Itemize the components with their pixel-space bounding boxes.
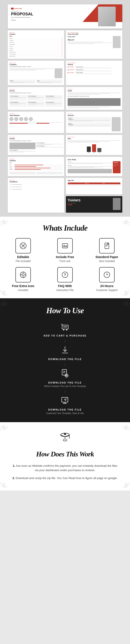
page-row-5: Business Growth "Grow Glid Along With We… <box>8 135 122 155</box>
ceo-title: From The CEO <box>68 34 120 35</box>
h3-line <box>76 74 111 74</box>
svg-point-14 <box>22 274 24 276</box>
g-line4 <box>36 144 52 145</box>
toc-row-8: Business Growth 08 <box>10 52 62 53</box>
ceo-page: Welcome Message From The CEO MICHAEL BRO… <box>66 30 122 59</box>
step-item-1: ADD TO CART & PURCHASE <box>43 321 86 337</box>
toc-label: Table Of <box>10 32 62 33</box>
sign-val-1 <box>68 184 86 186</box>
cond-icon-2 <box>10 186 11 188</box>
ceo-line-1 <box>68 42 103 42</box>
team-stat-1 <box>10 122 35 124</box>
tl-bar-bg-2 <box>15 166 62 167</box>
step-item-3: DOWNLOAD THE FILE Which Contains The Lin… <box>44 368 86 388</box>
ts2-bar <box>36 123 49 124</box>
plan-bar-rect-3 <box>97 148 101 152</box>
tl-bar-4 <box>15 169 41 170</box>
history-row-2: 2020-2024 Company Growth <box>68 69 120 71</box>
plan-label: Our Future <box>68 136 120 138</box>
tl-bar-bg-4 <box>15 169 62 170</box>
ts2-l1 <box>36 122 62 122</box>
success-item-1: Put Your Heading Here <box>68 117 111 122</box>
toc-dots <box>10 36 62 37</box>
success-label: Our Best <box>68 113 120 114</box>
cond-icon-3 <box>10 188 11 190</box>
page-wrapper: BRAND NAME PROJECT PROPOSAL Improve Your… <box>0 0 130 490</box>
company-title: Company <box>10 64 62 65</box>
case-image <box>68 169 112 173</box>
step-label-1: ADD TO CART & PURCHASE <box>43 334 86 337</box>
goals-title: Goals <box>68 90 120 92</box>
si2-title: Put Your <box>68 123 110 124</box>
si1-title2: Heading Here <box>68 119 110 120</box>
font-subtitle: Font Link <box>59 260 70 263</box>
thanks-subtext: For Your Recommendation <box>68 203 80 204</box>
service-cards-row2: Put Your Heading Here Put Your Heading H… <box>10 101 62 107</box>
page-row-3: Our Best Service "Grow Glid Along With W… <box>8 87 122 110</box>
ceo-line-2 <box>68 42 112 43</box>
work-steps: 1. Ass soon as Website confirms the paym… <box>5 464 125 480</box>
svg-point-3 <box>21 244 22 245</box>
include-item-font: Aa Include Free Font Link <box>46 238 84 263</box>
include-grid: Editable File Included Aa Include Free F… <box>5 238 125 292</box>
cover-person-image <box>98 6 116 26</box>
work-step-2: 2. Download and unzip the zip file. You … <box>12 476 118 480</box>
font-icon: Aa <box>61 242 69 250</box>
toc-row-7: Extra Plan 07 <box>10 50 62 51</box>
c-line2 <box>68 164 103 164</box>
whats-include-heading: Whats Include <box>5 224 125 232</box>
avatar-4 <box>24 117 28 121</box>
history-row-3: 2021-2026 Our Plan Started <box>68 72 120 74</box>
svg-rect-25 <box>62 325 68 329</box>
editable-subtitle: File Included <box>16 260 31 263</box>
h1-line <box>76 68 111 68</box>
timeline-title: Timeline <box>10 160 62 162</box>
avatar-5 <box>29 117 33 121</box>
cr-line1: BIG Company <box>113 164 120 164</box>
team-stat-2 <box>36 122 62 124</box>
tl-label-2: Design <box>10 166 14 167</box>
page-row-2: About Our Company "Grow Glid Along With … <box>8 60 122 85</box>
history-items: 2020-2025 Company Started 2020-2024 Comp… <box>68 66 120 74</box>
work-step-text-1: Ass soon as Website confirms the payment… <box>16 464 117 472</box>
dot-gray <box>12 36 13 37</box>
history-content-2: Company Growth <box>76 69 120 71</box>
ceo-photo <box>113 36 120 48</box>
success-title: Success <box>68 115 120 116</box>
cover-text: BRAND NAME PROJECT PROPOSAL Improve Your… <box>11 8 33 21</box>
toc-title: Content <box>10 34 62 35</box>
ceo-role: Chief Executive Officer <box>68 37 112 38</box>
growth-label: Business <box>10 136 62 138</box>
history-year-3: 2021-2026 <box>70 72 75 73</box>
service-card-2: Put Your Heading Here <box>27 95 44 100</box>
tl-label-3: Strategy <box>10 168 14 168</box>
v-line2 <box>37 82 52 83</box>
tl-row-2: Design <box>10 166 62 167</box>
sc3-line2 <box>46 98 55 98</box>
thanks-left: Brand Name THANKS For Your Recommendatio… <box>68 198 80 205</box>
case-study-page: Case Study Overview Challenge THE BRIEF <box>66 157 122 176</box>
cond-text-2: Terms and condition item text <box>12 186 22 187</box>
history-dot-3 <box>68 72 69 73</box>
plan-title: Plan <box>68 138 120 140</box>
include-item-icon: Free Extra Icon Included <box>5 267 42 292</box>
company-text <box>10 68 54 78</box>
conditions-page: Sign Off Conditions Terms and condition … <box>8 178 64 212</box>
proposal-title: PROPOSAL <box>11 12 33 16</box>
tl-row-4: Marketing <box>10 169 62 170</box>
how-does-section: ❧ ❧ ❧ ❧ envato How Does This Work 1. Ass… <box>0 422 130 490</box>
right-col-pages: Sign Off Client Company Date <box>66 178 122 212</box>
sc5-line2 <box>28 104 37 104</box>
sc2-line1 <box>28 97 44 98</box>
tl-label-4: Marketing <box>10 169 14 170</box>
cond-label: Sign Off <box>10 180 62 181</box>
team-avatars <box>10 117 62 121</box>
avatar-2 <box>14 117 18 121</box>
si1-l1 <box>68 120 110 120</box>
step-sublabel-3: Which Contains The Link To Your Template <box>44 385 86 388</box>
editable-icon <box>19 242 27 250</box>
history-label: Our Company <box>68 62 120 64</box>
sign-val-2 <box>86 184 103 186</box>
paper-icon-box <box>99 238 115 254</box>
team-stats <box>10 122 62 124</box>
